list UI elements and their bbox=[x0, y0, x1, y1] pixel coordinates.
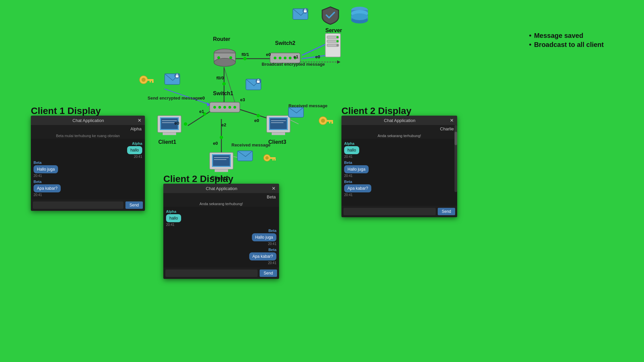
client1-chat-window: Chat Application ✕ Alpha Beta mulai terh… bbox=[31, 116, 145, 211]
svg-point-24 bbox=[214, 58, 235, 66]
client1-username: Alpha bbox=[31, 125, 145, 133]
client3-close-button[interactable]: ✕ bbox=[450, 118, 454, 123]
svg-point-26 bbox=[229, 56, 232, 59]
svg-point-18 bbox=[222, 82, 226, 85]
client1-msg1-bubble: hallo bbox=[127, 146, 142, 154]
client2-msg3-sender: Beta bbox=[268, 248, 276, 252]
conn-f00-label: f0/0 bbox=[216, 75, 224, 80]
client3-msg1-sender: Alpha bbox=[344, 141, 355, 145]
client1-msg3-bubble: Apa kabar? bbox=[34, 184, 61, 192]
client1-icon bbox=[156, 114, 183, 139]
client2-close-button[interactable]: ✕ bbox=[272, 186, 276, 191]
client1-messages: Alpha hallo 20:41 Beta Hallo juga 20:41 … bbox=[31, 139, 145, 199]
svg-rect-48 bbox=[213, 155, 230, 166]
client3-msg-2: Beta Hallo juga 20:41 bbox=[344, 161, 454, 178]
client3-msg2-time: 20:41 bbox=[344, 174, 353, 178]
key1-icon bbox=[138, 73, 154, 91]
svg-point-71 bbox=[351, 13, 368, 20]
server-message-icon bbox=[292, 6, 310, 24]
client2-input-area: Send bbox=[163, 267, 279, 279]
client1-status: Beta mulai terhubung ke ruang obrolan bbox=[31, 133, 145, 139]
client1-close-button[interactable]: ✕ bbox=[138, 118, 142, 123]
client3-scrollbar[interactable] bbox=[454, 125, 457, 192]
client2-titlebar: Chat Application ✕ bbox=[163, 184, 279, 193]
client3-input-area: Send bbox=[341, 206, 457, 217]
client3-messages: Alpha hallo 20:41 Beta Hallo juga 20:41 … bbox=[341, 139, 457, 206]
client1-input-area: Send bbox=[31, 199, 145, 211]
client3-msg1-time: 20:41 bbox=[344, 155, 353, 159]
client3-msg-3: Beta Apa kabar? 20:41 bbox=[344, 180, 454, 197]
svg-rect-77 bbox=[147, 79, 154, 81]
svg-point-34 bbox=[213, 106, 216, 109]
svg-rect-94 bbox=[272, 159, 274, 161]
broadcast-annotation: Broadcast encrypted message bbox=[262, 62, 325, 67]
client3-input[interactable] bbox=[343, 208, 436, 215]
client2-chat-window: Chat Application ✕ Beta Anda sekarang te… bbox=[163, 184, 279, 279]
client3-username: Charlie bbox=[341, 125, 457, 133]
client1-msg-1: Alpha hallo 20:41 bbox=[34, 141, 142, 159]
client3-scrollbar-thumb[interactable] bbox=[454, 132, 457, 145]
server-info-item-1: • Message saved bbox=[529, 32, 604, 40]
svg-point-29 bbox=[279, 57, 281, 59]
svg-point-59 bbox=[336, 36, 338, 38]
client3-send-button[interactable]: Send bbox=[438, 208, 455, 215]
svg-point-61 bbox=[336, 40, 338, 42]
client1-send-button[interactable]: Send bbox=[125, 201, 143, 209]
router-icon bbox=[211, 47, 238, 72]
send-encrypted-message-icon bbox=[164, 71, 182, 89]
switch1-label: Switch1 bbox=[213, 90, 233, 97]
client3-msg-1: Alpha hallo 20:41 bbox=[344, 141, 454, 159]
client2-send-button[interactable]: Send bbox=[260, 269, 277, 277]
client2-window-title: Chat Application bbox=[171, 186, 272, 191]
client1-msg-3: Beta Apa kabar? 20:41 bbox=[34, 180, 142, 197]
conn-sw1-e1-label: e1 bbox=[199, 109, 204, 114]
svg-marker-4 bbox=[337, 60, 340, 64]
client2-msg1-bubble: hallo bbox=[166, 214, 181, 222]
client1-titlebar: Chat Application ✕ bbox=[31, 116, 145, 125]
client3-msg1-bubble: hallo bbox=[344, 146, 359, 154]
client2-username: Beta bbox=[163, 193, 279, 201]
svg-rect-41 bbox=[163, 132, 176, 135]
svg-line-13 bbox=[224, 67, 235, 102]
svg-point-28 bbox=[274, 57, 276, 59]
client1-msg2-sender: Beta bbox=[34, 161, 42, 165]
svg-rect-93 bbox=[274, 159, 276, 161]
svg-rect-86 bbox=[326, 120, 333, 122]
conn-e1-label: e1 bbox=[293, 54, 298, 59]
server-icon bbox=[322, 32, 344, 60]
client3-window-title: Chat Application bbox=[350, 118, 450, 123]
client3-titlebar: Chat Application ✕ bbox=[341, 116, 457, 125]
client2-icon bbox=[208, 151, 235, 176]
client1-label: Client1 bbox=[158, 139, 176, 145]
key2-icon bbox=[262, 152, 277, 168]
client3-display-label: Client 2 Display bbox=[341, 106, 412, 116]
client1-msg2-time: 20:41 bbox=[34, 174, 42, 178]
router-label: Router bbox=[213, 36, 230, 42]
conn-sw1-e2-label: e2 bbox=[221, 122, 226, 127]
conn-c3-e0-label: e0 bbox=[254, 118, 259, 123]
svg-point-12 bbox=[257, 114, 260, 117]
svg-rect-88 bbox=[329, 122, 330, 123]
svg-point-37 bbox=[228, 106, 231, 109]
client2-msg2-bubble: Hallo juga bbox=[252, 233, 276, 241]
conn-f01-label: f0/1 bbox=[241, 52, 249, 57]
svg-point-85 bbox=[321, 119, 325, 123]
svg-rect-92 bbox=[270, 157, 276, 159]
client2-input[interactable] bbox=[165, 269, 258, 277]
svg-rect-87 bbox=[331, 122, 333, 124]
client2-messages: Alpha hallo 20:41 Beta Hallo juga 20:41 … bbox=[163, 207, 279, 267]
svg-rect-47 bbox=[215, 169, 228, 172]
client3-chat-window: Chat Application ✕ Charlie Anda sekarang… bbox=[341, 116, 457, 217]
client1-msg3-time: 20:41 bbox=[34, 193, 42, 197]
client2-received-message-icon bbox=[236, 149, 255, 166]
client1-msg1-sender: Alpha bbox=[132, 141, 142, 145]
svg-point-10 bbox=[220, 136, 223, 139]
server-label: Server bbox=[325, 27, 342, 34]
client1-input[interactable] bbox=[33, 201, 123, 209]
conn-c2-e0-label: e0 bbox=[213, 141, 218, 146]
shield-icon bbox=[320, 5, 340, 26]
client2-display-label: Client 2 Display bbox=[163, 174, 233, 184]
client2-status: Anda sekarang terhubung! bbox=[163, 201, 279, 207]
switch1-message-icon bbox=[245, 76, 263, 95]
client3-msg3-time: 20:41 bbox=[344, 193, 353, 197]
